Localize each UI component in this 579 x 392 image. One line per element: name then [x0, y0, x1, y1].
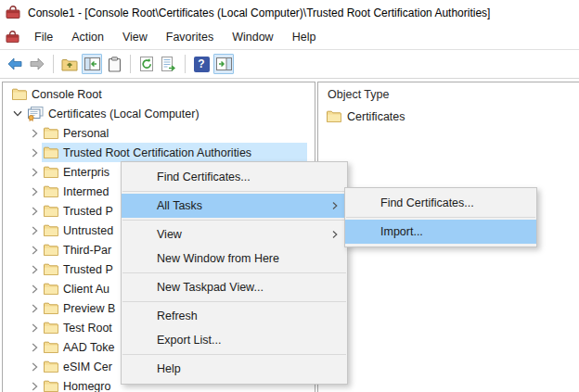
menu-item-label: View: [157, 228, 182, 241]
chevron-right-icon[interactable]: [27, 382, 42, 391]
toolbar: ?: [0, 50, 579, 79]
menu-separator: [122, 354, 346, 355]
tree-item-content[interactable]: Personal: [42, 123, 307, 143]
menu-separator: [122, 191, 346, 192]
forward-arrow-icon: [29, 57, 45, 70]
chevron-right-icon[interactable]: [27, 323, 42, 333]
console-tree-pane-icon: [84, 57, 100, 70]
folder-icon: [44, 166, 58, 178]
chevron-right-icon[interactable]: [27, 362, 42, 372]
chevron-right-icon[interactable]: [27, 148, 42, 158]
context-menu-item-find-certificates[interactable]: Find Certificates...: [122, 165, 347, 189]
refresh-button[interactable]: [136, 54, 157, 74]
submenu-arrow-icon: [332, 202, 338, 210]
chevron-right-icon[interactable]: [27, 226, 42, 235]
chevron-right-icon[interactable]: [27, 285, 42, 294]
refresh-icon: [139, 57, 155, 72]
show-hide-action-pane-button[interactable]: [213, 54, 234, 74]
menu-separator: [122, 272, 346, 273]
help-icon: ?: [194, 57, 210, 72]
folder-icon: [44, 263, 58, 275]
tree-item-label: Untrusted: [63, 224, 113, 237]
menu-item-label: Find Certificates...: [380, 196, 474, 209]
toolbox-app-icon: [6, 6, 20, 19]
tree-item-label: Test Root: [63, 322, 112, 335]
menu-window[interactable]: Window: [223, 27, 282, 47]
menu-view[interactable]: View: [113, 27, 157, 47]
paste-button[interactable]: [104, 54, 124, 74]
tree-item[interactable]: Certificates (Local Computer): [3, 104, 315, 123]
toolbar-separator: [53, 55, 54, 73]
tree-item-label: Trusted P: [63, 205, 113, 218]
chevron-right-icon[interactable]: [27, 265, 42, 274]
tree-item-label: Homegro: [63, 380, 110, 392]
folder-icon: [44, 283, 58, 295]
tree-item-label: AAD Toke: [63, 341, 114, 354]
context-menu: Find Certificates...All TasksViewNew Win…: [121, 161, 348, 385]
menu-favorites[interactable]: Favorites: [157, 27, 223, 47]
tree-item-label: Preview B: [63, 302, 115, 315]
menu-item-label: New Window from Here: [157, 252, 279, 265]
folder-icon: [44, 322, 58, 334]
chevron-right-icon[interactable]: [27, 187, 42, 196]
tree-item-content[interactable]: Certificates (Local Computer): [25, 104, 307, 123]
context-menu-item-help[interactable]: Help: [122, 357, 347, 381]
chevron-right-icon[interactable]: [27, 246, 42, 255]
tree-item-label: Certificates (Local Computer): [48, 107, 199, 120]
up-one-level-button[interactable]: [59, 54, 80, 74]
folder-up-icon: [61, 57, 78, 71]
menu-separator: [122, 301, 346, 302]
context-menu-item-export-list[interactable]: Export List...: [122, 328, 347, 352]
menu-item-label: Export List...: [157, 334, 221, 347]
export-list-button[interactable]: [159, 54, 179, 74]
list-item-certificates[interactable]: Certificates: [318, 107, 579, 126]
tree-item-label: Personal: [63, 127, 109, 140]
menu-action[interactable]: Action: [62, 27, 113, 47]
tree-item-label: Intermed: [63, 185, 109, 198]
tree-item[interactable]: Trusted Root Certification Authorities: [3, 143, 315, 162]
menu-item-label: Refresh: [157, 310, 198, 322]
all-tasks-submenu: Find Certificates...Import...: [344, 187, 537, 247]
menu-separator: [122, 220, 346, 221]
submenu-item-find-certificates[interactable]: Find Certificates...: [345, 191, 536, 215]
help-button[interactable]: ?: [191, 54, 212, 74]
certificates-icon: [27, 107, 44, 121]
context-menu-item-new-window-from-here[interactable]: New Window from Here: [122, 247, 347, 271]
context-menu-item-refresh[interactable]: Refresh: [122, 304, 347, 328]
export-list-icon: [161, 57, 177, 72]
tree-item[interactable]: Personal: [3, 123, 315, 143]
object-type-column-header[interactable]: Object Type: [318, 82, 579, 107]
show-hide-console-tree-button[interactable]: [82, 54, 102, 74]
chevron-down-icon[interactable]: [10, 110, 25, 117]
context-menu-item-new-taskpad-view[interactable]: New Taskpad View...: [122, 275, 347, 299]
chevron-right-icon[interactable]: [27, 207, 42, 216]
chevron-right-icon[interactable]: [27, 343, 42, 352]
submenu-item-import[interactable]: Import...: [345, 220, 536, 244]
menu-file[interactable]: File: [25, 27, 62, 47]
menu-item-label: Find Certificates...: [157, 171, 251, 183]
tree-item-label: Trusted P: [63, 263, 113, 276]
chevron-right-icon[interactable]: [27, 168, 42, 177]
tree-item-content[interactable]: Console Root: [10, 84, 307, 104]
folder-icon: [44, 127, 58, 139]
chevron-right-icon[interactable]: [27, 304, 42, 313]
clipboard-icon: [108, 57, 122, 72]
folder-icon: [44, 302, 58, 314]
tree-item[interactable]: Console Root: [3, 84, 315, 104]
folder-icon: [44, 360, 58, 373]
context-menu-item-all-tasks[interactable]: All Tasks: [122, 194, 347, 218]
title-bar: Console1 - [Console Root\Certificates (L…: [0, 0, 579, 25]
chevron-right-icon[interactable]: [27, 129, 42, 138]
folder-icon: [44, 146, 58, 158]
menu-help[interactable]: Help: [283, 27, 326, 47]
context-menu-item-view[interactable]: View: [122, 222, 347, 247]
action-pane-icon: [216, 57, 232, 70]
back-button[interactable]: [5, 54, 25, 74]
toolbar-separator: [130, 55, 131, 73]
tree-item-label: Third-Par: [63, 244, 111, 257]
folder-icon: [44, 224, 58, 236]
folder-icon: [12, 88, 27, 100]
forward-button[interactable]: [27, 54, 47, 74]
menu-separator: [346, 217, 535, 218]
tree-item-content[interactable]: Trusted Root Certification Authorities: [42, 143, 307, 162]
